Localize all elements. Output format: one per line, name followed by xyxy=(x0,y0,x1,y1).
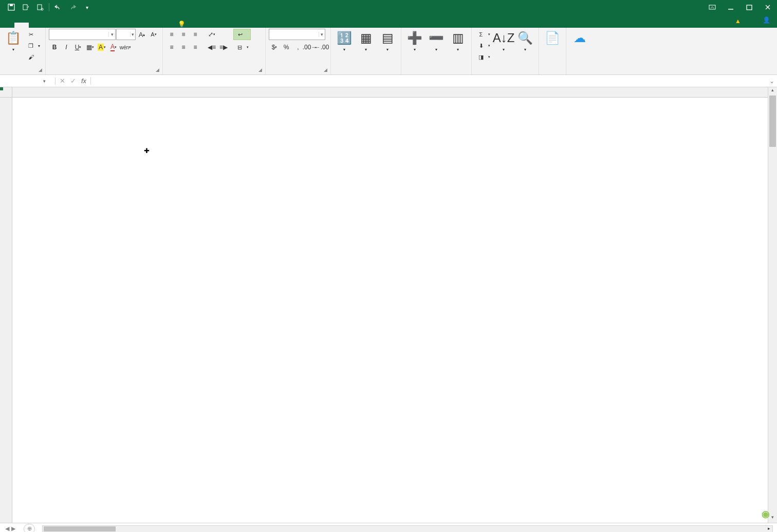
number-format-combo[interactable]: ▾ xyxy=(269,29,325,40)
horizontal-scrollbar[interactable]: ◂ ▸ xyxy=(42,525,773,533)
tab-file[interactable] xyxy=(0,23,14,28)
group-invoice: 📄 xyxy=(539,28,566,74)
fx-icon[interactable]: fx xyxy=(81,77,86,85)
cells[interactable] xyxy=(12,98,768,523)
underline-button[interactable]: U▾ xyxy=(72,42,84,53)
dialog-launcher-icon[interactable]: ◢ xyxy=(324,67,327,72)
invoice-check-button[interactable]: 📄 xyxy=(542,29,563,48)
indent-increase-icon[interactable]: ≡▶ xyxy=(218,42,229,53)
italic-button[interactable]: I xyxy=(61,42,72,53)
ribbon: 📋 ▾ ✂ ❐▾ 🖌 ◢ ▾ ▾ A▴ A▾ B I U▾ xyxy=(0,28,777,75)
tab-data[interactable] xyxy=(72,23,86,28)
sheet-nav-prev-icon[interactable]: ◀ xyxy=(5,525,9,532)
tab-jinshan[interactable] xyxy=(144,23,158,28)
svg-rect-2 xyxy=(23,5,27,10)
save-icon[interactable] xyxy=(4,1,18,13)
copy-button[interactable]: ❐▾ xyxy=(25,40,42,51)
delete-icon: ➖ xyxy=(428,30,445,46)
find-select-button[interactable]: 🔍▾ xyxy=(515,29,535,53)
maximize-icon[interactable] xyxy=(740,0,758,14)
insert-cells-button[interactable]: ➕▾ xyxy=(404,29,425,53)
decrease-font-icon[interactable]: A▾ xyxy=(148,29,159,40)
font-color-button[interactable]: A▾ xyxy=(108,42,119,53)
tab-review[interactable] xyxy=(86,23,101,28)
tab-baidu[interactable] xyxy=(158,23,173,28)
group-font: ▾ ▾ A▴ A▾ B I U▾ ▦▾ A▾ A▾ wén▾ ◢ xyxy=(46,28,163,74)
wrap-text-button[interactable]: ↩ xyxy=(233,29,251,40)
indent-decrease-icon[interactable]: ◀≡ xyxy=(206,42,217,53)
dialog-launcher-icon[interactable]: ◢ xyxy=(258,67,262,72)
qat-btn-2[interactable] xyxy=(18,1,33,13)
font-name-combo[interactable]: ▾ xyxy=(49,29,116,40)
cancel-formula-icon[interactable]: ✕ xyxy=(60,77,65,85)
title-bar: ▾ xyxy=(0,0,777,14)
select-all-corner[interactable] xyxy=(0,87,12,98)
format-painter-button[interactable]: 🖌 xyxy=(25,51,42,63)
border-button[interactable]: ▦▾ xyxy=(84,42,96,53)
merge-center-button[interactable]: ⊟▾ xyxy=(233,42,251,53)
tab-layout[interactable] xyxy=(43,23,58,28)
copy-icon: ❐ xyxy=(27,42,35,50)
warning-icon[interactable]: ▲ xyxy=(735,17,741,25)
align-right-icon[interactable]: ≡ xyxy=(190,42,201,53)
redo-icon[interactable] xyxy=(65,1,80,13)
qat-btn-3[interactable] xyxy=(33,1,47,13)
align-left-icon[interactable]: ≡ xyxy=(166,42,177,53)
sheet-nav: ◀ ▶ xyxy=(0,525,21,532)
tab-insert[interactable] xyxy=(29,23,43,28)
ribbon-options-icon[interactable] xyxy=(703,0,721,14)
cut-button[interactable]: ✂ xyxy=(25,29,42,40)
cell-styles-button[interactable]: ▤▾ xyxy=(377,29,398,53)
format-cells-button[interactable]: ▥▾ xyxy=(448,29,468,53)
font-size-combo[interactable]: ▾ xyxy=(116,29,136,40)
bold-button[interactable]: B xyxy=(49,42,60,53)
tab-pdf[interactable] xyxy=(130,23,144,28)
dialog-launcher-icon[interactable]: ◢ xyxy=(39,67,42,72)
align-middle-icon[interactable]: ≡ xyxy=(178,29,189,40)
scrollbar-thumb[interactable] xyxy=(44,526,116,531)
orientation-icon[interactable]: ⤢▾ xyxy=(206,29,217,40)
fill-color-button[interactable]: A▾ xyxy=(96,42,107,53)
align-top-icon[interactable]: ≡ xyxy=(166,29,177,40)
dialog-launcher-icon[interactable]: ◢ xyxy=(156,67,159,72)
enter-formula-icon[interactable]: ✓ xyxy=(70,77,76,85)
clear-button[interactable]: ◨▾ xyxy=(475,51,492,63)
tab-view[interactable] xyxy=(101,23,115,28)
share-button[interactable]: 👤 xyxy=(763,16,772,24)
tab-formulas[interactable] xyxy=(58,23,72,28)
save-baidu-button[interactable]: ☁ xyxy=(569,29,590,48)
qat-customize-icon[interactable]: ▾ xyxy=(80,1,94,13)
window-controls xyxy=(703,0,777,14)
add-sheet-button[interactable]: ⊕ xyxy=(24,524,35,533)
paste-button[interactable]: 📋 ▾ xyxy=(3,29,24,53)
accounting-format-icon[interactable]: $▾ xyxy=(269,42,280,53)
scrollbar-thumb[interactable] xyxy=(769,96,776,147)
format-table-button[interactable]: ▦▾ xyxy=(356,29,376,53)
align-bottom-icon[interactable]: ≡ xyxy=(190,29,201,40)
vertical-scrollbar[interactable]: ▴ ▾ xyxy=(768,87,777,523)
percent-format-icon[interactable]: % xyxy=(281,42,292,53)
phonetic-button[interactable]: wén▾ xyxy=(120,42,131,53)
tell-me-search[interactable]: 💡 xyxy=(178,21,188,28)
tab-home[interactable] xyxy=(14,23,29,28)
expand-formula-icon[interactable]: ⌄ xyxy=(767,78,777,85)
decrease-decimal-icon[interactable]: ←.00 xyxy=(316,42,327,53)
close-icon[interactable] xyxy=(758,0,777,14)
group-alignment: ≡ ≡ ≡ ⤢▾ ≡ ≡ ≡ ◀≡ ≡▶ ↩ ⊟▾ xyxy=(163,28,266,74)
minimize-icon[interactable] xyxy=(721,0,740,14)
sheet-nav-next-icon[interactable]: ▶ xyxy=(11,525,15,532)
scroll-right-icon[interactable]: ▸ xyxy=(765,526,772,532)
spreadsheet-grid: ✚ ▴ ▾ xyxy=(0,87,777,523)
undo-icon[interactable] xyxy=(51,1,65,13)
fill-button[interactable]: ⬇▾ xyxy=(475,40,492,51)
autosum-button[interactable]: Σ▾ xyxy=(475,29,492,40)
tab-developer[interactable] xyxy=(115,23,130,28)
sort-filter-button[interactable]: A↓Z▾ xyxy=(493,29,514,53)
delete-cells-button[interactable]: ➖▾ xyxy=(426,29,447,53)
chevron-down-icon[interactable]: ▾ xyxy=(43,79,46,84)
align-center-icon[interactable]: ≡ xyxy=(178,42,189,53)
increase-font-icon[interactable]: A▴ xyxy=(136,29,147,40)
name-box[interactable]: ▾ xyxy=(0,78,55,85)
scroll-up-icon[interactable]: ▴ xyxy=(768,87,777,96)
conditional-format-button[interactable]: 🔢▾ xyxy=(334,29,355,53)
